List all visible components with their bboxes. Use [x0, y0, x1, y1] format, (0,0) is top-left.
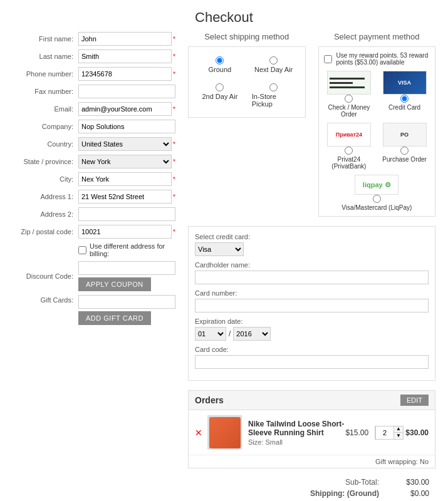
- zip-input[interactable]: [78, 225, 172, 239]
- shipping-options: Ground Next Day Air 2nd Day Air In-: [188, 46, 306, 118]
- shipping-radio-nextday[interactable]: [269, 56, 278, 65]
- address2-input[interactable]: [78, 207, 175, 221]
- city-input[interactable]: [78, 172, 172, 186]
- diff-billing-checkbox[interactable]: [78, 246, 86, 254]
- order-item-size: Size: Small: [248, 438, 345, 446]
- payment-option-credit[interactable]: VISA Credit Card: [379, 71, 430, 118]
- purchase-order-icon: PO: [383, 123, 427, 147]
- shipping-grid: Ground Next Day Air 2nd Day Air In-: [195, 53, 299, 111]
- phone-label: Phone number:: [13, 70, 78, 78]
- required-star: *: [173, 229, 175, 235]
- discount-input-wrap: APPLY COUPON: [78, 261, 175, 291]
- payment-option-check[interactable]: Check / Money Order: [324, 71, 375, 118]
- shirt-thumbnail: [209, 417, 241, 448]
- payment-radio-privat24[interactable]: [345, 147, 353, 155]
- order-quantity-control: ▲ ▼: [375, 426, 404, 440]
- check-line: [330, 82, 353, 84]
- cc-select-row: Select credit card: Visa Mastercard Amex: [195, 233, 429, 256]
- edit-button[interactable]: EDIT: [400, 395, 429, 406]
- cardholder-label: Cardholder name:: [195, 261, 429, 269]
- shipping-value: $0.00: [392, 489, 429, 498]
- order-item-image: [207, 415, 242, 450]
- last-name-input[interactable]: [78, 49, 172, 63]
- apply-coupon-button[interactable]: APPLY COUPON: [78, 277, 151, 291]
- subtotal-value: $30.00: [392, 478, 429, 487]
- reward-points-checkbox[interactable]: [324, 55, 332, 63]
- quantity-up-button[interactable]: ▲: [394, 426, 403, 433]
- payment-option-po[interactable]: PO Purchase Order: [379, 123, 430, 170]
- cc-select-label: Select credit card:: [195, 233, 429, 240]
- payment-option-privat24[interactable]: Приват24 Privat24 (PrivatBank): [324, 123, 375, 170]
- payment-radio-credit[interactable]: [400, 95, 409, 103]
- phone-input[interactable]: [78, 67, 172, 81]
- company-label: Company:: [13, 123, 78, 130]
- shipping-radio-2ndday[interactable]: [216, 83, 224, 91]
- country-row: Country: United States *: [13, 137, 175, 151]
- required-star: *: [173, 106, 175, 113]
- credit-card-icon: VISA: [383, 71, 427, 95]
- cardholder-row: Cardholder name:: [195, 261, 429, 284]
- company-row: Company:: [13, 120, 175, 133]
- payment-section: Select payment method Use my reward poin…: [318, 32, 436, 217]
- expiry-year-select[interactable]: 2016: [233, 327, 271, 341]
- shipping-title: Select shipping method: [188, 32, 306, 41]
- country-select[interactable]: United States: [78, 137, 172, 151]
- fax-row: Fax number:: [13, 85, 175, 98]
- address2-label: Address 2:: [13, 210, 78, 218]
- discount-row: Discount Code: APPLY COUPON: [13, 261, 175, 291]
- discount-input[interactable]: [78, 261, 175, 275]
- fax-input[interactable]: [78, 85, 175, 98]
- shipping-option-instore[interactable]: In-Store Pickup: [249, 80, 299, 111]
- payment-label-po: Purchase Order: [382, 156, 427, 163]
- address2-row: Address 2:: [13, 207, 175, 221]
- cc-select-input[interactable]: Visa Mastercard Amex: [195, 242, 244, 256]
- shipping-section: Select shipping method Ground Next Day A…: [188, 32, 306, 217]
- gift-input[interactable]: [78, 295, 175, 309]
- add-gift-card-button[interactable]: ADD GIFT CARD: [78, 311, 151, 325]
- credit-card-form: Select credit card: Visa Mastercard Amex…: [188, 226, 435, 381]
- reward-points-row: Use my reward points. 53 reward points (…: [324, 52, 430, 66]
- expiry-label: Expiration date:: [195, 318, 429, 325]
- gift-label: Gift Cards:: [13, 295, 78, 304]
- shipping-option-ground[interactable]: Ground: [195, 53, 245, 76]
- payment-label-privat24: Privat24 (PrivatBank): [324, 156, 375, 170]
- order-quantity-input[interactable]: [375, 426, 394, 439]
- payment-radio-check[interactable]: [345, 95, 353, 103]
- required-star: *: [173, 71, 175, 78]
- required-star: *: [173, 53, 175, 60]
- check-line: [330, 78, 365, 80]
- shipping-label-nextday: Next Day Air: [254, 66, 293, 73]
- company-input[interactable]: [78, 120, 175, 133]
- state-select[interactable]: New York: [78, 155, 172, 168]
- shipping-option-nextday[interactable]: Next Day Air: [249, 53, 299, 76]
- reward-points-label: Use my reward points. 53 reward points (…: [336, 52, 430, 66]
- first-name-input[interactable]: [78, 32, 172, 46]
- shipping-option-2ndday[interactable]: 2nd Day Air: [195, 80, 245, 111]
- shipping-radio-instore[interactable]: [269, 83, 278, 91]
- zip-row: Zip / postal code: *: [13, 225, 175, 239]
- required-star: *: [173, 176, 175, 183]
- address1-label: Address 1:: [13, 193, 78, 200]
- discount-label: Discount Code:: [13, 272, 78, 280]
- expiry-month-select[interactable]: 01: [195, 327, 226, 341]
- payment-radio-liqpay[interactable]: [373, 195, 381, 203]
- shipping-label-2ndday: 2nd Day Air: [202, 93, 237, 100]
- address1-row: Address 1: *: [13, 190, 175, 204]
- card-number-input[interactable]: [195, 299, 429, 312]
- orders-header: Orders EDIT: [189, 391, 435, 410]
- payment-label-credit: Credit Card: [388, 104, 420, 111]
- payment-radio-po[interactable]: [400, 147, 409, 155]
- first-name-row: First name: *: [13, 32, 175, 46]
- quantity-down-button[interactable]: ▼: [394, 433, 403, 439]
- card-code-input[interactable]: [195, 355, 429, 369]
- remove-item-button[interactable]: ✕: [195, 428, 202, 438]
- cardholder-input[interactable]: [195, 271, 429, 284]
- address1-input[interactable]: [78, 190, 172, 204]
- gift-row: Gift Cards: ADD GIFT CARD: [13, 295, 175, 325]
- payment-option-liqpay[interactable]: liqpay ⚙ Visa/Mastercard (LiqPay): [324, 175, 430, 211]
- expiry-row: Expiration date: 01 / 2016: [195, 318, 429, 341]
- expiry-inputs: 01 / 2016: [195, 327, 429, 341]
- shipping-radio-ground[interactable]: [216, 56, 224, 65]
- city-label: City:: [13, 175, 78, 183]
- email-input[interactable]: [78, 102, 172, 116]
